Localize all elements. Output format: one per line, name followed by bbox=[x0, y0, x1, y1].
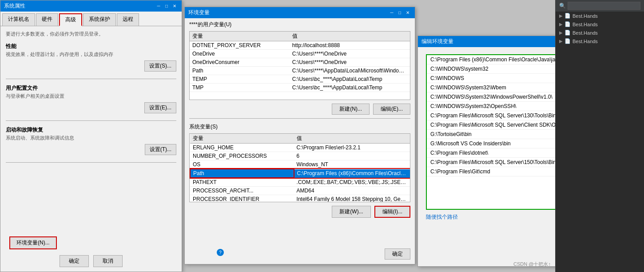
right-panel-item-label: Best.Hands bbox=[572, 30, 598, 36]
user-profile-title: 用户配置文件 bbox=[6, 84, 176, 92]
admin-note: 要进行大多数更改，你必须作为管理员登录。 bbox=[6, 31, 176, 37]
right-panel-item-label: Best.Hands bbox=[572, 22, 598, 27]
env-divider bbox=[189, 118, 410, 119]
env-close-button[interactable]: ✕ bbox=[404, 10, 411, 16]
file-icon: 📄 bbox=[564, 21, 571, 27]
env-vars-titlebar: 环境变量 ─ □ ✕ bbox=[185, 7, 415, 18]
user-var-row[interactable]: DOTNET_PROXY_SERVERhttp://localhost:8888 bbox=[190, 41, 410, 50]
cancel-button[interactable]: 取消 bbox=[93, 255, 123, 267]
sys-var-name: Path bbox=[190, 169, 294, 178]
performance-settings-button[interactable]: 设置(S)... bbox=[144, 60, 176, 72]
right-panel-items: ▶📄Best.Hands▶📄Best.Hands▶📄Best.Hands▶📄Be… bbox=[556, 12, 644, 45]
right-panel: 🔍 ▶📄Best.Hands▶📄Best.Hands▶📄Best.Hands▶📄… bbox=[555, 0, 644, 272]
ok-button[interactable]: 确定 bbox=[60, 255, 89, 267]
user-var-value: C:\Users\****\OneDrive bbox=[290, 58, 410, 67]
tab-advanced[interactable]: 高级 bbox=[59, 13, 82, 26]
sys-props-content: 要进行大多数更改，你必须作为管理员登录。 性能 视觉效果，处理器计划，内存使用，… bbox=[0, 26, 182, 171]
user-var-value: C:\Users\****\OneDrive bbox=[290, 50, 410, 58]
sys-var-row[interactable]: PATHEXT.COM;.EXE;.BAT;.CMD;.VBS;.VBE;.JS… bbox=[190, 178, 410, 187]
sys-var-row[interactable]: NUMBER_OF_PROCESSORS6 bbox=[190, 152, 410, 160]
tab-hardware[interactable]: 硬件 bbox=[36, 13, 58, 26]
tab-system-protection[interactable]: 系统保护 bbox=[83, 13, 116, 26]
user-var-name: OneDriveConsumer bbox=[190, 58, 290, 67]
sys-var-row[interactable]: OSWindows_NT bbox=[190, 160, 410, 169]
edit-env-title: 编辑环境变量 bbox=[421, 38, 453, 45]
sys-var-row[interactable]: PathC:\Program Files (x86)\Common Files\… bbox=[190, 169, 410, 178]
user-var-value: C:\Users\bc_****\AppData\Local\Temp bbox=[290, 75, 410, 84]
user-var-row[interactable]: OneDriveC:\Users\****\OneDrive bbox=[190, 50, 410, 58]
sys-props-bottom-buttons: 确定 取消 bbox=[0, 255, 182, 267]
user-profile-settings-button[interactable]: 设置(E)... bbox=[144, 102, 176, 113]
file-icon: 📄 bbox=[564, 13, 571, 19]
close-button[interactable]: ✕ bbox=[171, 3, 178, 9]
tab-remote[interactable]: 远程 bbox=[117, 13, 139, 26]
env-titlebar-buttons: ─ □ ✕ bbox=[388, 10, 411, 16]
user-edit-button[interactable]: 编辑(E)... bbox=[373, 104, 410, 115]
user-vars-col-var: 变量 bbox=[190, 32, 290, 41]
user-var-name: TEMP bbox=[190, 75, 290, 84]
arrow-icon: ▶ bbox=[559, 13, 563, 18]
maximize-button[interactable]: □ bbox=[163, 3, 170, 9]
env-vars-window: 环境变量 ─ □ ✕ ****的用户变量(U) 变量 值 DOTNET_PROX… bbox=[184, 7, 415, 264]
tab-computer-name[interactable]: 计算机名 bbox=[2, 13, 35, 26]
env-ok-button[interactable]: 确定 bbox=[385, 248, 410, 260]
performance-desc: 视觉效果，处理器计划，内存使用，以及虚拟内存 bbox=[6, 51, 176, 58]
user-var-name: OneDrive bbox=[190, 50, 290, 58]
search-input[interactable] bbox=[568, 2, 640, 10]
user-var-row[interactable]: PathC:\Users\****\AppData\Local\Microsof… bbox=[190, 67, 410, 75]
sys-var-name: PROCESSOR_ARCHIT... bbox=[190, 187, 294, 195]
sys-var-row[interactable]: PROCESSOR_ARCHIT...AMD64 bbox=[190, 187, 410, 195]
arrow-icon: ▶ bbox=[559, 39, 563, 44]
sys-vars-table-container[interactable]: 变量 值 ERLANG_HOMEC:\Program Files\erl-23.… bbox=[189, 133, 410, 202]
titlebar-buttons: ─ □ ✕ bbox=[155, 3, 178, 9]
sys-vars-section-title: 系统变量(S) bbox=[185, 120, 415, 132]
sys-vars-col-var: 变量 bbox=[190, 134, 294, 144]
user-vars-col-val: 值 bbox=[290, 32, 410, 41]
sys-var-value: C:\Program Files (x86)\Common Files\Orac… bbox=[294, 169, 410, 178]
startup-recovery-section: 启动和故障恢复 系统启动、系统故障和调试信息 设置(T)... bbox=[6, 126, 176, 159]
sys-var-row[interactable]: PROCESSOR_IDENTIFIERIntel64 Family 6 Mod… bbox=[190, 195, 410, 203]
env-ok-btn-container: 确定 bbox=[385, 248, 410, 260]
sys-var-value: C:\Program Files\erl-23.2.1 bbox=[294, 144, 410, 152]
user-var-name: DOTNET_PROXY_SERVER bbox=[190, 41, 290, 50]
sys-var-row[interactable]: ERLANG_HOMEC:\Program Files\erl-23.2.1 bbox=[190, 144, 410, 152]
startup-recovery-settings-button[interactable]: 设置(T)... bbox=[145, 144, 176, 155]
sys-var-value: .COM;.EXE;.BAT;.CMD;.VBS;.VBE;.JS;.JSE;.… bbox=[294, 178, 410, 187]
right-panel-item[interactable]: ▶📄Best.Hands bbox=[556, 12, 644, 20]
right-panel-item[interactable]: ▶📄Best.Hands bbox=[556, 28, 644, 37]
user-var-row[interactable]: OneDriveConsumerC:\Users\****\OneDrive bbox=[190, 58, 410, 67]
user-vars-table-container[interactable]: 变量 值 DOTNET_PROXY_SERVERhttp://localhost… bbox=[189, 31, 410, 100]
right-panel-item[interactable]: ▶📄Best.Hands bbox=[556, 37, 644, 45]
sys-var-name: OS bbox=[190, 160, 294, 169]
env-maximize-button[interactable]: □ bbox=[396, 10, 403, 16]
performance-section: 性能 视觉效果，处理器计划，内存使用，以及虚拟内存 设置(S)... bbox=[6, 43, 176, 75]
env-minimize-button[interactable]: ─ bbox=[388, 10, 395, 16]
right-panel-item-label: Best.Hands bbox=[572, 13, 598, 19]
tabs-bar: 计算机名 硬件 高级 系统保护 远程 bbox=[0, 12, 182, 26]
sys-var-value: 6 bbox=[294, 152, 410, 160]
user-var-row[interactable]: TEMPC:\Users\bc_****\AppData\Local\Temp bbox=[190, 75, 410, 84]
user-var-name: Path bbox=[190, 67, 290, 75]
right-panel-item[interactable]: ▶📄Best.Hands bbox=[556, 20, 644, 28]
random-find-link[interactable]: 随便找个路径 bbox=[421, 212, 462, 222]
search-icon: 🔍 bbox=[559, 3, 566, 9]
sys-vars-table: 变量 值 ERLANG_HOMEC:\Program Files\erl-23.… bbox=[190, 134, 410, 202]
sys-var-value: AMD64 bbox=[294, 187, 410, 195]
sys-var-name: NUMBER_OF_PROCESSORS bbox=[190, 152, 294, 160]
user-vars-section-title: ****的用户变量(U) bbox=[185, 18, 415, 29]
minimize-button[interactable]: ─ bbox=[155, 3, 162, 9]
right-panel-search: 🔍 bbox=[556, 0, 644, 12]
sys-edit-button[interactable]: 编辑(I)... bbox=[374, 206, 410, 218]
right-panel-item-label: Best.Hands bbox=[572, 39, 598, 44]
performance-title: 性能 bbox=[6, 43, 176, 50]
sys-var-name: PATHEXT bbox=[190, 178, 294, 187]
sys-vars-btn-row: 新建(W)... 编辑(I)... bbox=[185, 204, 415, 220]
sys-new-button[interactable]: 新建(W)... bbox=[332, 206, 370, 218]
sys-var-name: ERLANG_HOME bbox=[190, 144, 294, 152]
startup-recovery-desc: 系统启动、系统故障和调试信息 bbox=[6, 135, 176, 141]
user-new-button[interactable]: 新建(N)... bbox=[332, 104, 370, 115]
user-vars-table: 变量 值 DOTNET_PROXY_SERVERhttp://localhost… bbox=[190, 32, 410, 92]
env-vars-button[interactable]: 环境变量(N)... bbox=[9, 236, 57, 249]
help-icon[interactable]: ? bbox=[217, 249, 224, 256]
user-var-row[interactable]: TMPC:\Users\bc_****\AppData\Local\Temp bbox=[190, 84, 410, 92]
